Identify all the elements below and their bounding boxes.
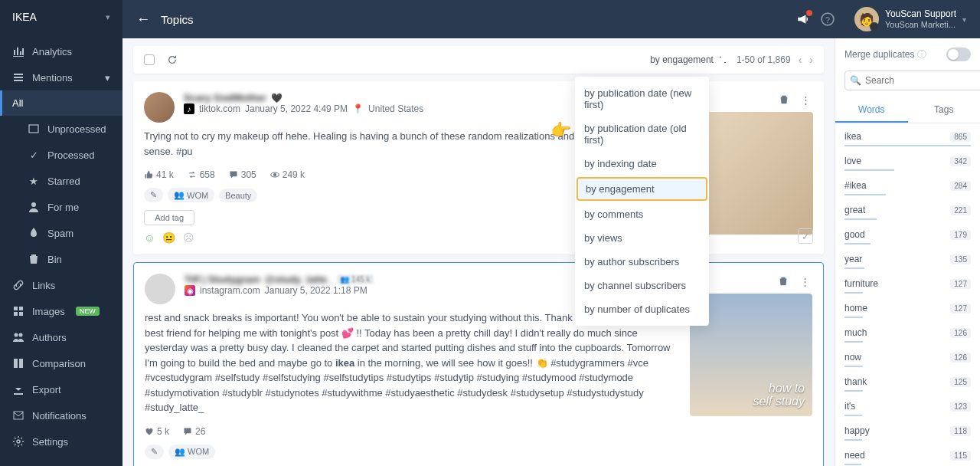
nav-forme[interactable]: For me <box>0 194 122 220</box>
sentiment-negative[interactable]: ☹ <box>183 231 194 244</box>
delete-icon[interactable] <box>776 92 792 107</box>
tag-chip[interactable]: 👥WOM <box>168 188 214 202</box>
nav-starred[interactable]: ★ Starred <box>0 168 122 194</box>
word-row[interactable]: need115 <box>844 447 971 464</box>
back-button[interactable]: ← <box>136 11 150 28</box>
search-icon: 🔍 <box>850 75 861 86</box>
page-title: Topics <box>161 13 194 26</box>
sort-option[interactable]: by channel subscribers <box>575 274 709 297</box>
user-menu[interactable]: 🧑 YouScan Support YouScan Marketi... ▾ <box>854 7 966 31</box>
words-search-input[interactable] <box>844 71 980 90</box>
analytics-icon <box>12 45 24 57</box>
add-tag-button[interactable]: Add tag <box>144 210 194 225</box>
author-name: Tiff | Studygram <box>185 274 260 285</box>
delete-icon[interactable] <box>776 274 791 289</box>
nav-spam[interactable]: Spam <box>0 220 122 246</box>
sort-option[interactable]: by publication date (old first) <box>575 116 709 152</box>
word-row[interactable]: love342 <box>844 153 971 169</box>
tags-row: ✎ 👥WOM <box>145 445 812 459</box>
approve-checkbox[interactable]: ✓ <box>798 228 813 244</box>
comparison-icon <box>12 357 24 369</box>
nav-authors[interactable]: Authors <box>0 324 122 350</box>
workspace-name: IKEA <box>12 11 37 23</box>
announce-icon[interactable] <box>796 12 810 26</box>
nav-images[interactable]: Images NEW <box>0 298 122 324</box>
pagination: 1-50 of 1,869 ‹ › <box>737 54 813 66</box>
more-icon[interactable]: ⋮ <box>797 274 812 289</box>
tag-chip[interactable]: 👥WOM <box>168 445 215 459</box>
word-row[interactable]: now126 <box>844 349 971 366</box>
sort-option[interactable]: by publication date (new first) <box>575 81 709 116</box>
word-row[interactable]: year135 <box>844 251 971 267</box>
more-icon[interactable]: ⋮ <box>798 92 813 107</box>
svg-rect-2 <box>14 307 18 310</box>
post-date: January 5, 2022 4:49 PM <box>245 103 348 114</box>
word-row[interactable]: great221 <box>844 202 971 218</box>
word-row[interactable]: happy118 <box>844 422 971 439</box>
images-icon <box>12 305 24 317</box>
thumb-caption: how toself study <box>753 382 805 409</box>
sort-option[interactable]: by indexing date <box>575 152 709 176</box>
merge-duplicates-toggle[interactable] <box>946 48 971 61</box>
word-row[interactable]: it's123 <box>844 398 971 415</box>
link-icon <box>12 279 24 291</box>
svg-rect-5 <box>19 312 23 316</box>
sort-option[interactable]: by number of duplicates <box>575 297 709 321</box>
post-date: January 5, 2022 1:18 PM <box>265 285 368 296</box>
select-all-checkbox[interactable] <box>144 54 155 65</box>
nav-mentions[interactable]: Mentions ▾ <box>0 64 122 90</box>
tag-chip[interactable]: Beauty <box>219 189 257 202</box>
word-row[interactable]: ikea865 <box>844 128 971 145</box>
word-row[interactable]: #ikea284 <box>844 177 971 194</box>
sort-icon <box>718 55 727 64</box>
tab-words[interactable]: Words <box>835 98 908 123</box>
sort-label: by engagement <box>650 54 714 65</box>
sentiment-neutral[interactable]: 😐 <box>162 231 175 244</box>
svg-point-7 <box>19 333 23 337</box>
source-link[interactable]: tiktok.com <box>199 103 240 114</box>
heart-icon <box>145 427 154 436</box>
sort-option[interactable]: by views <box>575 226 709 250</box>
tag-edit-icon[interactable]: ✎ <box>144 188 163 202</box>
word-row[interactable]: good179 <box>844 226 971 243</box>
word-row[interactable]: furniture127 <box>844 275 971 292</box>
pagination-text: 1-50 of 1,869 <box>737 54 791 65</box>
word-row[interactable]: thank125 <box>844 373 971 390</box>
sort-option-selected[interactable]: by engagement <box>577 177 707 201</box>
nav-bin[interactable]: Bin <box>0 246 122 272</box>
tab-tags[interactable]: Tags <box>908 98 981 123</box>
avatar: 🧑 <box>854 7 879 31</box>
prev-page[interactable]: ‹ <box>799 54 802 66</box>
workspace-selector[interactable]: IKEA ▾ <box>0 0 122 34</box>
svg-point-6 <box>15 333 18 337</box>
nav-comparison[interactable]: Comparison <box>0 350 122 376</box>
nav-processed[interactable]: ✓ Processed <box>0 142 122 168</box>
nav-export[interactable]: Export <box>0 376 122 402</box>
eye-icon <box>270 170 279 179</box>
nav-all[interactable]: All <box>0 90 122 116</box>
chevron-down-icon: ▾ <box>962 15 966 24</box>
download-icon <box>12 383 24 395</box>
sentiment-positive[interactable]: ☺ <box>144 231 155 244</box>
next-page[interactable]: › <box>809 54 813 66</box>
nav-notifications[interactable]: Notifications <box>0 402 122 428</box>
word-row[interactable]: much126 <box>844 324 971 341</box>
source-link[interactable]: instagram.com <box>200 285 260 296</box>
reload-button[interactable] <box>167 54 178 65</box>
nav-analytics[interactable]: Analytics <box>0 38 122 64</box>
chevron-down-icon: ▾ <box>106 12 110 22</box>
sidebar: IKEA ▾ Analytics Mentions ▾ All Unproces… <box>0 0 122 466</box>
trash-icon <box>28 253 40 265</box>
tag-edit-icon[interactable]: ✎ <box>145 445 164 459</box>
sort-dropdown-trigger[interactable]: by engagement <box>650 54 727 65</box>
sort-option[interactable]: by author subscribers <box>575 250 709 274</box>
nav-links[interactable]: Links <box>0 272 122 298</box>
gear-icon <box>12 435 24 448</box>
pointing-hand-icon: 👉 <box>550 120 571 140</box>
mention-thumbnail[interactable] <box>691 112 813 235</box>
sort-option[interactable]: by comments <box>575 202 709 226</box>
nav-settings[interactable]: Settings <box>0 428 122 455</box>
word-row[interactable]: home127 <box>844 300 971 317</box>
nav-unprocessed[interactable]: Unprocessed <box>0 116 122 142</box>
help-icon[interactable]: ? <box>821 12 835 26</box>
